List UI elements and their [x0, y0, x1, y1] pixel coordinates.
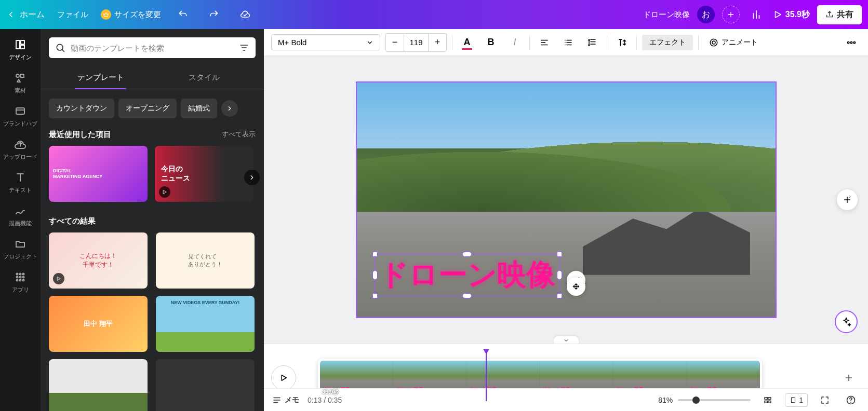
svg-point-17: [712, 41, 715, 44]
collapse-timeline-button[interactable]: [554, 336, 579, 344]
resize-handle[interactable]: [372, 293, 378, 298]
svg-rect-25: [792, 398, 795, 402]
size-decrease-button[interactable]: −: [386, 34, 404, 51]
page-count-button[interactable]: 1: [785, 393, 808, 407]
search-icon: [55, 43, 65, 53]
svg-point-18: [848, 42, 849, 43]
home-button[interactable]: ホーム: [6, 9, 45, 20]
align-button[interactable]: [535, 33, 554, 52]
resize-handle[interactable]: [557, 270, 562, 280]
svg-point-8: [23, 273, 24, 275]
resize-handle[interactable]: [372, 252, 378, 257]
svg-point-19: [850, 42, 852, 43]
rail-projects[interactable]: プロジェクト: [0, 232, 41, 266]
resize-handle[interactable]: [462, 252, 472, 257]
template-thumb[interactable]: NEW VIDEOS EVERY SUNDAY!: [156, 296, 255, 352]
list-button[interactable]: [559, 33, 578, 52]
svg-point-7: [20, 273, 21, 275]
tab-templates[interactable]: テンプレート: [49, 66, 152, 89]
text-element-selected[interactable]: ドローン映像: [375, 254, 560, 296]
effects-button[interactable]: エフェクト: [642, 35, 693, 50]
rail-text[interactable]: テキスト: [0, 166, 41, 199]
svg-rect-23: [765, 401, 767, 403]
fullscreen-button[interactable]: [816, 391, 834, 409]
vertical-text-button[interactable]: [612, 33, 631, 52]
help-button[interactable]: [842, 391, 860, 409]
rail-elements[interactable]: 素材: [0, 66, 41, 100]
rail-upload[interactable]: アップロード: [0, 133, 41, 166]
thumb-text: DIGITAL: [53, 168, 71, 173]
template-thumb[interactable]: [49, 359, 148, 411]
cloud-sync-icon[interactable]: [236, 5, 255, 24]
canvas-wrapper: ドローン映像: [264, 56, 868, 344]
svg-rect-21: [765, 397, 767, 399]
more-options-button[interactable]: [842, 33, 861, 52]
text-color-button[interactable]: A: [458, 33, 476, 52]
template-thumb[interactable]: 見てくれてありがとう！: [156, 232, 255, 289]
chip-wedding[interactable]: 結婚式: [181, 99, 217, 118]
move-button[interactable]: [567, 277, 585, 296]
animate-button[interactable]: アニメート: [704, 35, 763, 50]
thumb-text: 千里です！: [83, 261, 114, 269]
zoom-value: 81%: [658, 396, 673, 404]
rail-apps-label: アプリ: [12, 286, 29, 294]
chevron-left-icon: [6, 10, 16, 19]
rail-apps[interactable]: アプリ: [0, 266, 41, 299]
notes-button[interactable]: メモ: [272, 395, 299, 405]
playhead[interactable]: [486, 351, 487, 401]
resize-label: サイズを変更: [114, 10, 161, 20]
rail-projects-label: プロジェクト: [3, 253, 37, 261]
thumbs-next-button[interactable]: [244, 170, 260, 185]
rail-draw[interactable]: 描画機能: [0, 199, 41, 232]
template-thumb[interactable]: [156, 359, 255, 411]
resize-handle[interactable]: [557, 293, 562, 298]
add-clip-button[interactable]: +: [837, 366, 861, 390]
rail-brandhub-label: ブランドハブ: [3, 120, 37, 128]
svg-point-11: [23, 277, 24, 278]
italic-button[interactable]: I: [505, 33, 524, 52]
resize-handle[interactable]: [372, 270, 378, 280]
spacing-button[interactable]: [583, 33, 602, 52]
all-results-title: すべての結果: [49, 216, 96, 226]
svg-point-6: [17, 273, 18, 275]
rail-design[interactable]: デザイン: [0, 33, 41, 66]
editor-area: M+ Bold − + A B I エフェクト アニメート: [264, 29, 868, 411]
template-thumb[interactable]: 田中 翔平: [49, 296, 148, 352]
font-selector[interactable]: M+ Bold: [271, 34, 380, 50]
file-menu[interactable]: ファイル: [57, 10, 88, 20]
undo-button[interactable]: [173, 5, 192, 24]
template-thumb[interactable]: 今日のニュース: [155, 146, 253, 202]
video-canvas[interactable]: ドローン映像: [356, 81, 777, 318]
project-title[interactable]: ドローン映像: [643, 10, 690, 20]
chip-countdown[interactable]: カウントダウン: [49, 99, 114, 118]
resize-button[interactable]: サイズを変更: [101, 9, 161, 20]
share-button[interactable]: 共有: [817, 5, 862, 24]
font-size-input[interactable]: [404, 34, 429, 51]
resize-handle[interactable]: [462, 293, 472, 298]
add-member-button[interactable]: [722, 6, 740, 23]
redo-button[interactable]: [205, 5, 223, 24]
chips-next-button[interactable]: [221, 100, 238, 117]
thumb-text: MARKETING AGENCY: [53, 174, 102, 179]
resize-handle[interactable]: [557, 252, 562, 257]
add-page-button[interactable]: [837, 189, 858, 210]
see-all-recent[interactable]: すべて表示: [222, 130, 256, 140]
filter-icon[interactable]: [239, 43, 249, 53]
size-increase-button[interactable]: +: [429, 34, 446, 51]
timeline-play-button[interactable]: [271, 365, 296, 390]
zoom-slider[interactable]: [678, 399, 751, 401]
svg-point-12: [17, 280, 18, 281]
user-avatar[interactable]: お: [697, 6, 715, 23]
thumb-text: NEW VIDEOS EVERY SUNDAY!: [156, 300, 255, 305]
rail-brandhub[interactable]: ブランドハブ: [0, 100, 41, 133]
tab-styles[interactable]: スタイル: [152, 66, 256, 89]
template-thumb[interactable]: こんにちは！千里です！: [49, 232, 148, 289]
analytics-button[interactable]: [747, 5, 766, 24]
ai-assistant-button[interactable]: [835, 310, 858, 333]
search-input[interactable]: [71, 44, 239, 52]
template-thumb[interactable]: DIGITALMARKETING AGENCY: [49, 146, 148, 202]
bold-button[interactable]: B: [482, 33, 500, 52]
preview-play-button[interactable]: 35.9秒: [773, 9, 810, 20]
grid-view-button[interactable]: [759, 391, 777, 409]
chip-opening[interactable]: オープニング: [118, 99, 177, 118]
